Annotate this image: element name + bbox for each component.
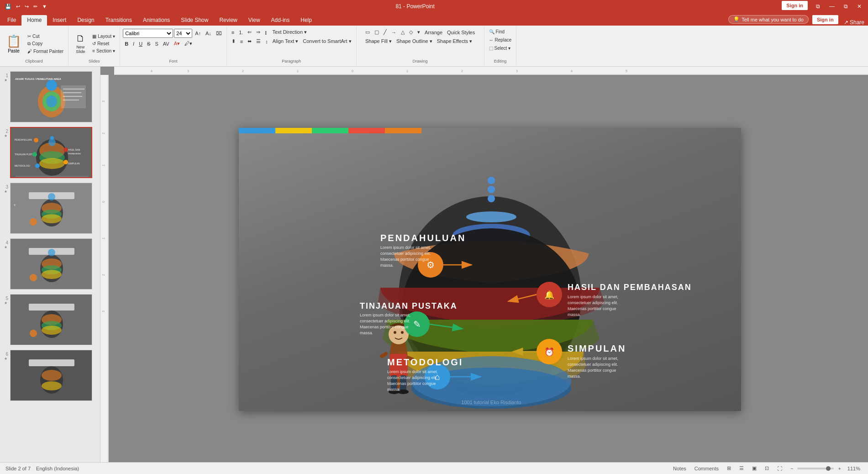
slide-content[interactable]: ⚙ PENDAHULUAN Lorem ipsum dolor sit amet… xyxy=(239,128,741,411)
restore-down-icon[interactable]: ⧉ xyxy=(813,2,823,11)
new-slide-button[interactable]: 🗋 NewSlide xyxy=(71,32,89,55)
arrange-btn[interactable]: Arrange xyxy=(423,29,444,36)
section-button[interactable]: ≡ Section ▾ xyxy=(90,47,117,54)
strikethrough-btn[interactable]: S xyxy=(145,41,152,47)
tab-addins[interactable]: Add-ins xyxy=(266,15,295,26)
rect-shape-btn[interactable]: ▭ xyxy=(363,29,372,36)
tab-slideshow[interactable]: Slide Show xyxy=(175,15,214,26)
slide-image-1[interactable]: AKHIR TUGAS / PENELITIAN AREA xyxy=(10,71,92,122)
signin-ribbon-button[interactable]: Sign in xyxy=(812,15,838,24)
tab-transitions[interactable]: Transitions xyxy=(100,15,137,26)
char-spacing-btn[interactable]: AV xyxy=(161,41,171,47)
slide-thumb-3[interactable]: 3 ★ K xyxy=(2,182,98,235)
copy-button[interactable]: ⧉ Copy xyxy=(26,40,65,47)
tell-me-input[interactable]: 💡 Tell me what you want to do xyxy=(728,15,809,24)
rounded-rect-btn[interactable]: ▢ xyxy=(373,29,381,36)
slide-image-3[interactable]: K xyxy=(10,183,92,234)
dropdown-icon[interactable]: ▼ xyxy=(41,3,48,10)
slide-canvas[interactable]: ⚙ PENDAHULUAN Lorem ipsum dolor sit amet… xyxy=(111,77,868,462)
highlight-btn[interactable]: 🖊▾ xyxy=(183,40,194,47)
shape-fill-btn[interactable]: Shape Fill ▾ xyxy=(363,38,394,45)
paste-button[interactable]: 📋 Paste xyxy=(3,32,25,55)
align-text-btn[interactable]: Align Text ▾ xyxy=(271,38,300,45)
view-outline-icon[interactable]: ☰ xyxy=(737,465,746,472)
layout-button[interactable]: ▦ Layout ▾ xyxy=(90,33,117,40)
view-reading-icon[interactable]: ⊡ xyxy=(763,465,771,472)
zoom-level[interactable]: 111% xyxy=(845,465,863,472)
maximize-icon[interactable]: ⧉ xyxy=(841,2,851,11)
notes-button[interactable]: Notes xyxy=(671,465,689,472)
shape-effects-btn[interactable]: Shape Effects ▾ xyxy=(435,38,474,45)
align-center-btn[interactable]: ≡ xyxy=(238,38,245,45)
share-icon[interactable]: ↗ Share xyxy=(840,19,868,26)
numbering-btn[interactable]: 1. xyxy=(237,29,245,36)
tab-help[interactable]: Help xyxy=(295,15,317,26)
italic-btn[interactable]: I xyxy=(131,41,136,47)
signin-button[interactable]: Sign in xyxy=(782,1,808,10)
view-fullscreen-icon[interactable]: ⛶ xyxy=(775,465,784,472)
redo-icon[interactable]: ↪ xyxy=(23,3,30,10)
slide-image-2[interactable]: PENDAHULUAN TINJAUAN PUSTAKA METODOLOGI … xyxy=(10,127,92,178)
bullets-btn[interactable]: ≡ xyxy=(230,29,236,36)
slide-thumb-1[interactable]: 1 ★ AKHIR TUGAS / PENELITIAN AREA xyxy=(2,70,98,123)
slide-image-4[interactable] xyxy=(10,238,92,290)
view-normal-icon[interactable]: ⊞ xyxy=(725,465,733,472)
triangle-btn[interactable]: △ xyxy=(399,29,406,36)
arrow-btn[interactable]: → xyxy=(389,29,398,36)
select-button[interactable]: ⬚ Select ▾ xyxy=(487,45,513,52)
zoom-plus-btn[interactable]: + xyxy=(836,465,843,472)
view-slide-icon[interactable]: ▣ xyxy=(750,465,759,472)
line-btn[interactable]: ╱ xyxy=(382,29,389,36)
bold-btn[interactable]: B xyxy=(123,41,130,47)
underline-btn[interactable]: U xyxy=(137,41,144,47)
undo-icon[interactable]: ↩ xyxy=(15,3,21,10)
decrease-indent-btn[interactable]: ⇐ xyxy=(246,29,253,36)
slide-thumb-5[interactable]: 5 ★ xyxy=(2,293,98,346)
slide-panel[interactable]: 1 ★ AKHIR TUGAS / PENELITIAN AREA xyxy=(0,67,100,462)
tab-design[interactable]: Design xyxy=(72,15,100,26)
slide-thumb-6[interactable]: 6 ★ xyxy=(2,349,98,402)
comments-button[interactable]: Comments xyxy=(692,465,721,472)
align-right-btn[interactable]: ⬌ xyxy=(246,38,253,45)
save-icon[interactable]: 💾 xyxy=(4,3,13,10)
replace-button[interactable]: ↔ Replace xyxy=(487,37,514,43)
minimize-icon[interactable]: — xyxy=(826,2,837,11)
justify-btn[interactable]: ☰ xyxy=(254,38,263,45)
tab-view[interactable]: View xyxy=(243,15,266,26)
align-left-btn[interactable]: ⬍ xyxy=(230,38,237,45)
tab-insert[interactable]: Insert xyxy=(47,15,72,26)
tab-file[interactable]: File xyxy=(2,15,21,26)
tab-animations[interactable]: Animations xyxy=(137,15,175,26)
increase-font-btn[interactable]: A↑ xyxy=(193,30,203,37)
slide-image-6[interactable] xyxy=(10,350,92,401)
customize-icon[interactable]: ✏ xyxy=(32,3,39,10)
tab-review[interactable]: Review xyxy=(214,15,242,26)
shape-outline-btn[interactable]: Shape Outline ▾ xyxy=(395,38,434,45)
format-painter-button[interactable]: 🖌 Format Painter xyxy=(26,48,65,55)
text-direction-btn[interactable]: Text Direction ▾ xyxy=(270,29,309,36)
clear-format-btn[interactable]: ⌧ xyxy=(214,30,224,37)
zoom-slider[interactable] xyxy=(797,468,834,469)
font-size-select[interactable]: 24 xyxy=(174,29,192,38)
diamond-btn[interactable]: ◇ xyxy=(407,29,415,36)
main-area[interactable]: 4 3 2 1 0 1 2 3 4 5 3 2 1 0 1 2 xyxy=(100,67,868,462)
font-color-btn[interactable]: A▾ xyxy=(172,40,182,47)
cut-button[interactable]: ✂ Cut xyxy=(26,33,65,40)
font-family-select[interactable]: Calibri xyxy=(123,29,173,38)
shadow-btn[interactable]: S xyxy=(153,41,160,47)
decrease-font-btn[interactable]: A↓ xyxy=(204,30,213,37)
tab-home[interactable]: Home xyxy=(21,15,47,26)
reset-button[interactable]: ↺ Reset xyxy=(90,40,117,47)
increase-indent-btn[interactable]: ⇒ xyxy=(254,29,262,36)
find-button[interactable]: 🔍 Find xyxy=(487,28,506,35)
slide-image-5[interactable] xyxy=(10,294,92,345)
more-shapes-btn[interactable]: ▾ xyxy=(416,29,422,36)
quick-styles-btn[interactable]: Quick Styles xyxy=(445,29,477,36)
line-spacing-btn[interactable]: ↕ xyxy=(263,38,270,45)
columns-btn[interactable]: ⫿ xyxy=(263,29,269,36)
smartart-btn[interactable]: Convert to SmartArt ▾ xyxy=(301,38,353,45)
zoom-minus-btn[interactable]: − xyxy=(788,465,795,472)
slide-thumb-4[interactable]: 4 ★ xyxy=(2,237,98,290)
slide-thumb-2[interactable]: 2 ★ PENDAHULUAN TINJAUAN PUSTAKA METODOL… xyxy=(2,126,98,179)
close-icon[interactable]: ✕ xyxy=(854,2,864,11)
